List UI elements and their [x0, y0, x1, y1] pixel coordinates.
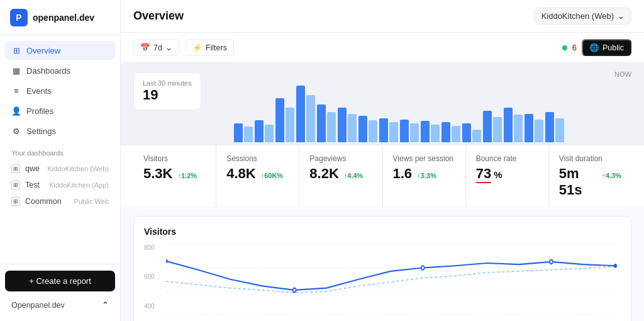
sidebar-item-overview[interactable]: ⊞Overview [5, 41, 115, 60]
period-chevron-icon: ⌄ [165, 43, 172, 52]
filters-label: Filters [206, 43, 227, 52]
stat-value: 5m 51s ↑4.3% [559, 166, 621, 198]
sidebar-item-dashboards[interactable]: ▦Dashboards [5, 61, 115, 80]
bar-group [275, 98, 294, 142]
stat-unit: % [494, 169, 502, 180]
dashboards-icon: ▦ [11, 65, 21, 76]
workspace-selector[interactable]: Openpanel.dev ⌃ [5, 295, 115, 315]
stat-card-visitors: Visitors 5.3K ↑1.2% [133, 145, 216, 207]
dashboard-grid-icon: ⊞ [11, 164, 20, 173]
bar-primary [275, 98, 284, 142]
bar-secondary [535, 120, 543, 142]
sidebar-item-label: Events [26, 86, 52, 96]
calendar-icon: 📅 [140, 43, 150, 52]
bar-secondary [265, 125, 274, 142]
sidebar-item-profiles[interactable]: 👤Profiles [5, 101, 115, 120]
stat-value: 4.8K ↑60K% [226, 166, 289, 182]
line-dot [293, 288, 296, 292]
bar-primary [400, 120, 409, 142]
events-icon: ≡ [11, 86, 21, 96]
bar-group [421, 121, 440, 142]
sidebar-item-label: Settings [26, 127, 56, 136]
bar-group [338, 108, 357, 142]
bar-primary [255, 120, 264, 142]
dashboard-item-test[interactable]: ⊞TestKiddoKitchen (App) [5, 177, 115, 193]
sidebar-item-events[interactable]: ≡Events [5, 81, 115, 100]
bar-group [296, 86, 315, 142]
sidebar-logo: P openpanel.dev [0, 0, 120, 36]
stats-row: Visitors 5.3K ↑1.2% Sessions 4.8K ↑60K% … [121, 145, 644, 207]
dashboard-item-qwe[interactable]: ⊞qweKiddoKitchen (Web) [5, 160, 115, 177]
bar-group [255, 120, 274, 142]
stat-label: Views per session [393, 154, 455, 163]
dashboard-grid-icon: ⊞ [11, 181, 20, 189]
bar-secondary [514, 115, 523, 142]
stat-change: ↑3.3% [417, 172, 436, 179]
stat-label: Bounce rate [476, 154, 538, 163]
sidebar-item-label: Overview [26, 46, 60, 55]
stat-change: ↑1.2% [177, 172, 197, 179]
bar-group [400, 120, 419, 142]
profiles-icon: 👤 [11, 106, 21, 116]
stat-change: ↑4.4% [344, 172, 364, 179]
bar-primary [441, 122, 450, 142]
public-label: Public [602, 43, 624, 52]
period-selector[interactable]: 📅 7d ⌄ [133, 39, 179, 56]
toolbar: 📅 7d ⌄ ⚡ Filters 6 🌐 Public [121, 33, 644, 63]
last30-value: 19 [143, 87, 192, 103]
visitors-section: Visitors 800600400200 [133, 216, 631, 321]
stat-label: Visit duration [559, 154, 621, 163]
filters-button[interactable]: ⚡ Filters [186, 39, 234, 56]
bar-chart-section: NOW Last 30 minutes 19 [121, 63, 644, 145]
stat-change: ↑4.3% [602, 172, 621, 179]
bar-group [441, 122, 460, 142]
bar-secondary [452, 126, 460, 142]
toolbar-left: 📅 7d ⌄ ⚡ Filters [133, 39, 234, 56]
y-axis-label: 800 [144, 244, 163, 251]
sidebar-section-label: Your dashboards [5, 142, 115, 160]
dashboard-item-coommon[interactable]: ⊞CoommonPublic Web [5, 193, 115, 210]
stat-value-num: 5.3K [143, 166, 172, 182]
site-selector-chevron-icon: ⌄ [618, 11, 625, 21]
sidebar-item-settings[interactable]: ⚙Settings [5, 121, 115, 140]
toolbar-right: 6 🌐 Public [562, 39, 631, 56]
y-axis-labels: 800600400200 [144, 244, 163, 321]
bar-primary [234, 123, 243, 142]
main-content: Overview KiddoKitchen (Web) ⌄ 📅 7d ⌄ ⚡ F… [121, 0, 644, 321]
bar-secondary [410, 123, 419, 142]
y-axis-label: 400 [144, 303, 163, 310]
public-button[interactable]: 🌐 Public [582, 39, 631, 56]
bar-secondary [431, 125, 440, 142]
stat-value-num: 1.6 [393, 166, 413, 182]
live-count: 6 [572, 43, 577, 52]
bar-primary [525, 114, 533, 142]
sidebar-item-label: Profiles [26, 106, 53, 116]
bar-primary [462, 123, 471, 142]
bar-group [525, 114, 543, 142]
bar-primary [421, 121, 430, 142]
bar-group [504, 108, 523, 142]
page-title: Overview [133, 9, 184, 23]
line-dot [550, 260, 553, 264]
bar-primary [358, 116, 367, 142]
workspace-text: Openpanel.dev [11, 301, 65, 310]
stat-value: 5.3K ↑1.2% [143, 166, 206, 182]
now-label: NOW [133, 68, 631, 79]
stat-value-num: 5m 51s [559, 166, 597, 198]
sidebar-item-label: Dashboards [26, 66, 70, 76]
site-selector[interactable]: KiddoKitchen (Web) ⌄ [535, 8, 631, 25]
overview-icon: ⊞ [11, 45, 21, 55]
sidebar: P openpanel.dev ⊞Overview▦Dashboards≡Eve… [0, 0, 121, 321]
bar-primary [545, 112, 554, 142]
bar-secondary [472, 130, 481, 142]
bar-group [483, 111, 502, 142]
line-chart-svg [166, 244, 621, 321]
sidebar-bottom: + Create a report Openpanel.dev ⌃ [0, 264, 120, 321]
stat-value-num: 4.8K [226, 166, 255, 182]
create-report-button[interactable]: + Create a report [5, 271, 115, 291]
bar-primary [379, 118, 388, 142]
bar-primary [338, 108, 347, 142]
stat-label: Visitors [143, 154, 206, 163]
main-header: Overview KiddoKitchen (Web) ⌄ [121, 0, 644, 33]
bar-secondary [555, 118, 564, 142]
